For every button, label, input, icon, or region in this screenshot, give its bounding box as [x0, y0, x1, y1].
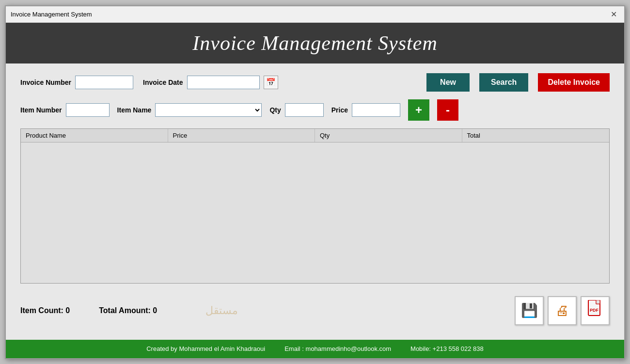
invoice-date-label: Invoice Date — [143, 79, 183, 86]
invoice-number-group: Invoice Number — [20, 76, 133, 89]
save-button[interactable]: 💾 — [515, 296, 544, 325]
qty-label: Qty — [269, 106, 281, 114]
invoice-date-group: Invoice Date 📅 — [143, 76, 278, 89]
invoice-number-label: Invoice Number — [20, 79, 71, 86]
email-value: mohammedinho@outlook.com — [306, 345, 392, 352]
qty-group: Qty — [269, 103, 323, 117]
pdf-icon: PDF — [587, 300, 603, 321]
item-number-label: Item Number — [20, 106, 62, 114]
email-label: Email : — [284, 345, 304, 352]
invoice-row: Invoice Number Invoice Date 📅 New Search… — [20, 73, 610, 92]
add-item-button[interactable]: + — [408, 99, 429, 121]
save-icon: 💾 — [521, 302, 538, 318]
item-count-label: Item Count: — [20, 306, 63, 315]
col-product-name: Product Name — [21, 129, 168, 142]
price-input[interactable] — [352, 103, 400, 117]
item-number-group: Item Number — [20, 103, 110, 117]
pdf-button[interactable]: PDF — [581, 296, 610, 325]
print-icon: 🖨 — [555, 302, 569, 318]
calendar-button[interactable]: 📅 — [264, 76, 278, 89]
footer-buttons: 💾 🖨 PDF — [515, 296, 610, 325]
item-name-label: Item Name — [117, 106, 152, 114]
calendar-icon: 📅 — [266, 78, 276, 87]
new-button[interactable]: New — [426, 73, 470, 92]
svg-rect-1 — [596, 300, 600, 304]
print-button[interactable]: 🖨 — [548, 296, 577, 325]
close-button[interactable]: ✕ — [608, 8, 619, 20]
search-button[interactable]: Search — [479, 73, 528, 92]
watermark: مستقل — [205, 304, 238, 317]
header-banner: Invoice Management System — [6, 23, 624, 63]
item-count-value: 0 — [65, 306, 70, 315]
total-amount-value: 0 — [153, 306, 157, 315]
footer-row: Item Count: 0 Total Amount: 0 مستقل 💾 🖨 — [20, 291, 610, 330]
table-body — [21, 142, 609, 264]
invoice-date-input[interactable] — [187, 76, 260, 89]
window-title: Invoice Management System — [11, 11, 92, 18]
col-price: Price — [168, 129, 315, 142]
delete-invoice-button[interactable]: Delete Invoice — [538, 73, 610, 92]
total-amount-label: Total Amount: — [99, 306, 151, 315]
title-bar: Invoice Management System ✕ — [6, 6, 624, 23]
email-info: Email : mohammedinho@outlook.com — [284, 345, 391, 352]
item-name-group: Item Name — [117, 103, 262, 117]
price-label: Price — [331, 106, 348, 114]
remove-item-button[interactable]: - — [437, 99, 458, 121]
qty-input[interactable] — [285, 103, 324, 117]
total-amount: Total Amount: 0 — [99, 306, 157, 315]
item-count: Item Count: 0 — [20, 306, 70, 315]
mobile-info: Mobile: +213 558 022 838 — [410, 345, 484, 352]
invoice-number-input[interactable] — [75, 76, 133, 89]
items-table: Product Name Price Qty Total — [20, 128, 610, 284]
app-title: Invoice Management System — [192, 32, 437, 54]
created-by: Created by Mohammed el Amin Khadraoui — [146, 345, 265, 352]
col-qty: Qty — [315, 129, 462, 142]
item-number-input[interactable] — [66, 103, 110, 117]
price-group: Price — [331, 103, 400, 117]
col-total: Total — [462, 129, 610, 142]
item-name-select[interactable] — [155, 103, 262, 117]
content-area: Invoice Number Invoice Date 📅 New Search… — [6, 63, 624, 340]
svg-text:PDF: PDF — [590, 308, 599, 313]
main-window: Invoice Management System ✕ Invoice Mana… — [5, 5, 625, 359]
footer-info: Item Count: 0 Total Amount: 0 مستقل — [20, 304, 515, 317]
item-row: Item Number Item Name Qty Price + - — [20, 99, 610, 121]
table-header: Product Name Price Qty Total — [21, 129, 609, 142]
status-bar: Created by Mohammed el Amin Khadraoui Em… — [6, 340, 624, 358]
